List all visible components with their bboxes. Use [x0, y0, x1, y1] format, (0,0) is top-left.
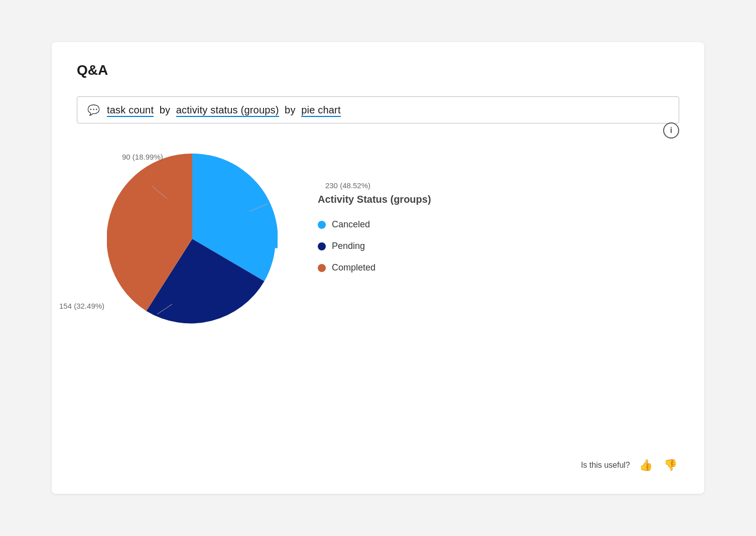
page-title: Q&A	[77, 62, 679, 78]
label-completed: 90 (18.99%)	[122, 153, 163, 161]
legend-dot-pending	[318, 242, 326, 250]
label-canceled: 230 (48.52%)	[325, 181, 370, 190]
legend-item-canceled: Canceled	[318, 219, 669, 230]
legend-label-canceled: Canceled	[332, 219, 370, 230]
search-bar[interactable]: 💬 task count by activity status (groups)…	[77, 96, 679, 123]
thumbs-down-button[interactable]: 👎	[662, 457, 679, 474]
legend-label-completed: Completed	[332, 262, 375, 273]
legend-item-pending: Pending	[318, 241, 669, 251]
legend-dot-completed	[318, 264, 326, 272]
qa-card: Q&A 💬 task count by activity status (gro…	[52, 42, 704, 494]
legend-item-completed: Completed	[318, 262, 669, 273]
pie-svg-2	[107, 154, 278, 324]
legend-label-pending: Pending	[332, 241, 365, 251]
search-icon: 💬	[87, 104, 100, 116]
pie-chart: 90 (18.99%) 230 (48.52%) 154 (32.49%)	[107, 154, 278, 324]
query-part-2: activity status (groups)	[176, 104, 279, 117]
legend-title: Activity Status (groups)	[318, 194, 669, 205]
chart-section: 90 (18.99%) 230 (48.52%) 154 (32.49%) Ac…	[77, 144, 679, 334]
query-part-3: pie chart	[301, 104, 341, 117]
info-button[interactable]: i	[663, 122, 679, 139]
chart-legend: Activity Status (groups) Canceled Pendin…	[318, 194, 669, 284]
search-query: task count by activity status (groups) b…	[107, 104, 341, 116]
label-pending: 154 (32.49%)	[59, 302, 104, 310]
feedback-label: Is this useful?	[581, 461, 630, 470]
thumbs-up-button[interactable]: 👍	[637, 457, 655, 474]
query-part-1: task count	[107, 104, 154, 117]
feedback-row: Is this useful? 👍 👎	[581, 457, 679, 474]
legend-dot-canceled	[318, 221, 326, 229]
